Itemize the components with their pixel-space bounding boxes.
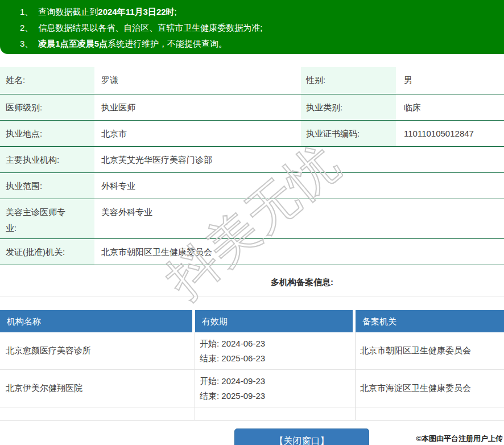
notice-text-bold: 2024年11月3日22时 (98, 7, 174, 17)
table-row: 北京伊美尔健翔医院 开始: 2024-09-23 结束: 2025-09-23 … (0, 370, 504, 407)
doctor-info-table: 姓名: 罗谦 性别: 男 医师级别: 执业医师 执业类别: 临床 执业地点: 北… (0, 67, 504, 265)
notice-text: ; (175, 7, 177, 17)
notice-text: 系统进行维护，不能提供查询。 (108, 39, 227, 48)
table-row: 发证(批准)机关: 北京市朝阳区卫生健康委员会 (0, 239, 504, 265)
field-value-gender: 男 (396, 67, 504, 94)
query-result-page: 1、查询数据截止到2024年11月3日22时; 2、信息数据结果以各省、自治区、… (0, 0, 504, 445)
institution-name (0, 407, 195, 421)
validity-start: 开始: 2024-06-23 (200, 336, 355, 351)
notice-line-3: 3、凌晨1点至凌晨5点系统进行维护，不能提供查询。 (0, 36, 504, 52)
field-label-gender: 性别: (301, 67, 396, 94)
field-label-practice-scope: 执业范围: (0, 173, 94, 199)
field-value-name: 罗谦 (94, 67, 301, 94)
table-row: 执业地点: 北京市 执业证书编码: 110110105012847 (0, 121, 504, 147)
institution-name: 北京伊美尔健翔医院 (0, 370, 195, 407)
field-label-certificate-no: 执业证书编码: (301, 121, 396, 146)
validity-start: 开始: 2024-09-27 (200, 419, 355, 421)
validity-period: 开始: 2024-09-23 结束: 2025-09-23 (195, 370, 356, 407)
validity-start: 开始: 2024-09-23 (200, 374, 355, 389)
field-label-issuing-authority: 发证(批准)机关: (0, 239, 94, 265)
field-value-doctor-level: 执业医师 (94, 94, 301, 120)
table-row: 开始: 2024-09-27 (0, 407, 504, 421)
filing-authority (356, 407, 504, 421)
notice-text-bold: 凌晨1点至凌晨5点 (38, 39, 108, 48)
field-value-practice-type: 临床 (396, 94, 504, 120)
notice-bar: 1、查询数据截止到2024年11月3日22时; 2、信息数据结果以各省、自治区、… (0, 0, 504, 54)
table-row: 医师级别: 执业医师 执业类别: 临床 (0, 94, 504, 121)
notice-number: 3、 (20, 39, 33, 48)
filing-authority: 北京市朝阳区卫生健康委员会 (356, 332, 504, 370)
column-header-validity-period: 有效期 (195, 310, 356, 332)
notice-text: 查询数据截止到 (38, 7, 98, 17)
table-row: 北京愈颜医疗美容诊所 开始: 2024-06-23 结束: 2025-06-23… (0, 332, 504, 370)
notice-text: 信息数据结果以各省、自治区、直辖市卫生健康委数据为准; (38, 23, 262, 32)
validity-period: 开始: 2024-09-27 (195, 407, 356, 421)
multi-institution-section-title: 多机构备案信息: (0, 277, 504, 288)
field-label-practice-type: 执业类别: (301, 94, 396, 120)
table-row: 姓名: 罗谦 性别: 男 (0, 67, 504, 94)
notice-line-1: 1、查询数据截止到2024年11月3日22时; (0, 4, 504, 20)
filing-table-header-row: 机构名称 有效期 备案机关 (0, 310, 504, 332)
notice-number: 2、 (20, 23, 33, 32)
field-value-main-institution: 北京芙艾光华医疗美容门诊部 (94, 147, 504, 172)
table-row: 美容主诊医师专业: 美容外科专业 (0, 199, 504, 239)
column-header-filing-authority: 备案机关 (356, 310, 504, 332)
field-value-practice-scope: 外科专业 (94, 173, 504, 199)
validity-end: 结束: 2025-06-23 (200, 351, 355, 366)
field-value-practice-place: 北京市 (94, 121, 301, 146)
validity-period: 开始: 2024-06-23 结束: 2025-06-23 (195, 332, 356, 370)
institution-name: 北京愈颜医疗美容诊所 (0, 332, 195, 370)
notice-line-2: 2、信息数据结果以各省、自治区、直辖市卫生健康委数据为准; (0, 20, 504, 36)
table-row: 执业范围: 外科专业 (0, 173, 504, 199)
field-label-doctor-level: 医师级别: (0, 94, 94, 120)
column-header-institution-name: 机构名称 (0, 310, 195, 332)
validity-end: 结束: 2025-09-23 (200, 389, 355, 403)
notice-number: 1、 (20, 7, 33, 17)
filing-authority: 北京市海淀区卫生健康委员会 (356, 370, 504, 407)
field-value-certificate-no: 110110105012847 (396, 121, 504, 146)
table-row: 主要执业机构: 北京芙艾光华医疗美容门诊部 (0, 147, 504, 173)
field-label-name: 姓名: (0, 67, 94, 94)
field-value-issuing-authority: 北京市朝阳区卫生健康委员会 (94, 239, 504, 265)
field-label-main-institution: 主要执业机构: (0, 147, 94, 172)
close-window-button[interactable]: 【关闭窗口】 (234, 428, 369, 445)
filing-table: 机构名称 有效期 备案机关 北京愈颜医疗美容诊所 开始: 2024-06-23 … (0, 310, 504, 421)
divider (0, 296, 504, 297)
field-label-cosmetic-specialty: 美容主诊医师专业: (0, 199, 94, 238)
field-label-practice-place: 执业地点: (0, 121, 94, 146)
uploader-note: ©本图由平台注册用户上传 (416, 434, 503, 444)
field-value-cosmetic-specialty: 美容外科专业 (94, 199, 504, 238)
